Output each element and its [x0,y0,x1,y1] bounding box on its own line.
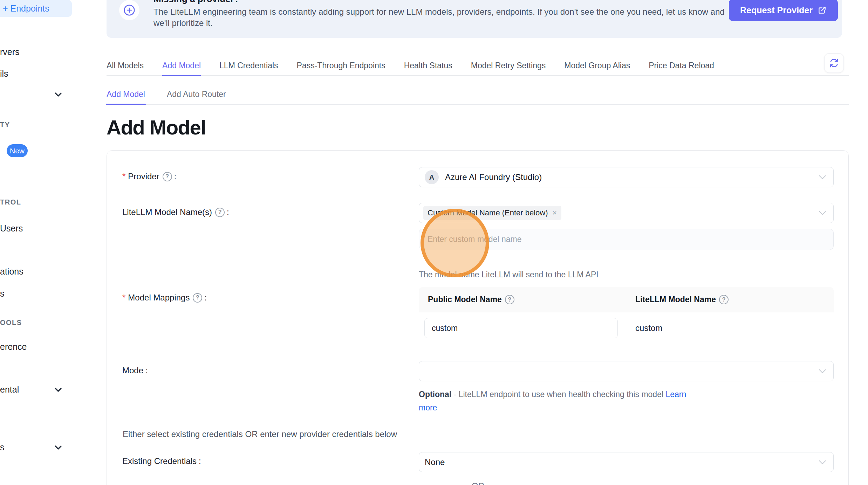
chevron-down-icon[interactable] [53,442,64,453]
sidebar-item-users[interactable]: Users [0,223,23,234]
mode-helper-text: Optional - LiteLLM endpoint to use when … [419,388,720,414]
external-link-icon [818,6,827,15]
litellm-model-name-value: custom [626,323,662,333]
help-icon[interactable] [193,293,202,303]
sidebar-item-ations[interactable]: ations [0,266,23,277]
chevron-down-icon[interactable] [53,89,64,100]
new-badge: New [7,144,28,157]
sidebar-section-trol: TROL [0,198,21,206]
sidebar-item-ils[interactable]: ils [0,68,8,79]
provider-label: Provider [122,172,176,181]
model-mappings-table: Public Model Name LiteLLM Model Name cus… [419,287,834,344]
request-provider-label: Request Provider [740,5,813,15]
chevron-down-icon [819,366,826,373]
sidebar-item-label: + Endpoints [3,4,49,14]
tab-llm-credentials[interactable]: LLM Credentials [219,57,278,75]
public-model-name-header: Public Model Name [419,287,626,312]
chevron-down-icon [819,172,826,179]
public-model-name-input[interactable] [424,318,618,338]
help-icon[interactable] [505,295,514,304]
chevron-down-icon [819,457,826,464]
custom-model-name-input[interactable] [419,229,834,250]
sidebar: + Endpoints rvers ils TY New TROL Users … [0,0,84,485]
tab-add-model[interactable]: Add Model [162,57,201,75]
sidebar-item-endpoints-active[interactable]: + Endpoints [0,0,72,17]
banner-title: Missing a provider? [153,0,240,5]
sidebar-item-s1[interactable]: s [0,288,5,299]
help-icon[interactable] [719,295,729,304]
help-icon[interactable] [163,172,172,181]
sidebar-section-ools: OOLS [0,319,22,327]
subtab-add-model[interactable]: Add Model [107,86,145,104]
circle-plus-icon [119,0,139,20]
mappings-header-row: Public Model Name LiteLLM Model Name [419,287,834,312]
sidebar-section-ty: TY [0,121,10,129]
sidebar-item-erence[interactable]: erence [0,341,27,352]
learn-more-link[interactable]: more [419,403,437,412]
learn-more-link[interactable]: Learn [665,390,686,399]
model-names-select[interactable]: Custom Model Name (Enter below) [419,203,834,223]
tab-all-models[interactable]: All Models [107,57,144,75]
tab-pass-through-endpoints[interactable]: Pass-Through Endpoints [297,57,385,75]
tab-model-group-alias[interactable]: Model Group Alias [564,57,630,75]
or-divider: OR [107,481,849,485]
litellm-model-name-header: LiteLLM Model Name [626,287,834,312]
existing-credentials-value: None [425,457,445,467]
tab-model-retry-settings[interactable]: Model Retry Settings [471,57,546,75]
add-model-form-card: Provider A Azure AI Foundry (Studio) Lit… [107,150,849,485]
add-model-subtabs: Add Model Add Auto Router [107,86,849,105]
refresh-icon [829,58,839,68]
banner-description-line2: we'll prioritize it. [153,18,213,28]
tab-health-status[interactable]: Health Status [404,57,452,75]
models-tabbar: All Models Add Model LLM Credentials Pas… [107,57,849,76]
existing-credentials-select[interactable]: None [419,452,834,472]
credentials-note: Either select existing credentials OR en… [123,429,397,439]
page-title: Add Model [107,116,206,139]
mappings-data-row: custom [419,312,834,344]
provider-value: Azure AI Foundry (Studio) [445,172,542,182]
model-mappings-label: Model Mappings [122,293,207,303]
model-name-helper-text: The model name LiteLLM will send to the … [419,270,599,279]
litellm-admin-page: + Endpoints rvers ils TY New TROL Users … [0,0,868,485]
banner-description-line1: The LiteLLM engineering team is constant… [153,7,725,17]
provider-avatar: A [425,170,439,184]
sidebar-item-servers[interactable]: rvers [0,47,20,57]
chevron-down-icon[interactable] [53,384,64,395]
refresh-button[interactable] [824,53,844,73]
provider-select[interactable]: A Azure AI Foundry (Studio) [419,167,834,187]
model-names-label: LiteLLM Model Name(s) [122,207,229,217]
help-icon[interactable] [215,208,225,217]
litellm-model-name-cell: custom [626,312,834,344]
missing-provider-banner: Missing a provider? The LiteLLM engineer… [107,0,842,38]
remove-tag-icon[interactable] [552,209,557,217]
public-model-name-cell [419,312,626,344]
sidebar-item-s2[interactable]: s [0,442,5,452]
tab-price-data-reload[interactable]: Price Data Reload [649,57,714,75]
request-provider-button[interactable]: Request Provider [729,0,838,21]
mode-label: Mode [122,366,148,375]
model-name-tag: Custom Model Name (Enter below) [423,206,561,220]
existing-credentials-label: Existing Credentials [122,456,201,466]
subtab-add-auto-router[interactable]: Add Auto Router [167,86,226,104]
mode-select[interactable] [419,361,834,381]
chevron-down-icon [819,208,826,215]
sidebar-item-ental[interactable]: ental [0,384,19,395]
